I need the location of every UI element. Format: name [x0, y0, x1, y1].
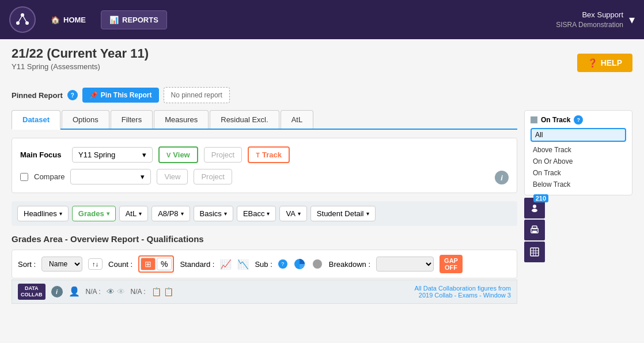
- tab-filters[interactable]: Filters: [111, 110, 153, 129]
- track-button[interactable]: T Track: [248, 146, 290, 163]
- pin-this-report-button[interactable]: 📌 Pin This Report: [82, 88, 159, 103]
- print-icon-button[interactable]: [524, 220, 545, 240]
- track-icon: T: [256, 152, 260, 159]
- track-label: Track: [262, 150, 282, 159]
- pie-chart-icon[interactable]: [293, 258, 306, 270]
- ebacc-arrow: ▾: [267, 210, 270, 217]
- excel-icon: [529, 247, 540, 257]
- ebacc-button[interactable]: EBacc ▾: [237, 206, 276, 221]
- pin-icon: 📌: [89, 91, 98, 99]
- eye-hidden-icon[interactable]: 👁: [117, 287, 125, 296]
- help-label: HELP: [601, 58, 622, 67]
- on-track-badge: ?: [574, 115, 583, 125]
- on-track-below-track[interactable]: Below Track: [531, 179, 626, 190]
- user-menu-chevron[interactable]: ▾: [629, 13, 635, 27]
- view-button[interactable]: V View: [158, 146, 198, 163]
- breakdown-label: Breakdown :: [329, 260, 370, 269]
- az-sort-button[interactable]: ↑↓: [88, 258, 103, 270]
- home-button[interactable]: 🏠 HOME: [43, 11, 94, 29]
- tab-dataset[interactable]: Dataset: [12, 110, 60, 130]
- count-label: Count :: [108, 260, 132, 269]
- page-subtitle: Y11 Spring (Assessments): [12, 62, 149, 71]
- student-detail-arrow: ▾: [366, 210, 369, 217]
- tab-atl[interactable]: AtL: [281, 110, 314, 129]
- no-pinned-report-button[interactable]: No pinned report: [164, 87, 230, 103]
- toolbar-row: Headlines ▾ Grades ▾ AtL ▾ A8/P8 ▾ Basic…: [12, 201, 517, 226]
- basics-button[interactable]: Basics ▾: [194, 206, 233, 221]
- main-focus-row: Main Focus Y11 Spring ▾ V View Project T…: [20, 146, 509, 163]
- on-track-header: On Track ?: [531, 115, 626, 125]
- note-icon-2[interactable]: 📋: [164, 287, 173, 296]
- ebacc-label: EBacc: [243, 209, 265, 218]
- bottom-bar: DATA COLLAB i 👤 N/A : 👁 👁 N/A : 📋 📋 All …: [12, 280, 517, 304]
- eye-visible-icon[interactable]: 👁: [107, 287, 115, 296]
- count-percent-button[interactable]: %: [157, 258, 172, 270]
- a8p8-button[interactable]: A8/P8 ▾: [151, 206, 190, 221]
- logo: [9, 6, 36, 33]
- user-org: SISRA Demonstration: [556, 20, 623, 30]
- sub-badge[interactable]: ?: [278, 259, 287, 269]
- data-collab-badge: DATA COLLAB: [18, 284, 46, 300]
- compare-select[interactable]: ▾: [70, 169, 151, 184]
- pinned-report-row: Pinned Report ? 📌 Pin This Report No pin…: [12, 87, 632, 103]
- excel-icon-button[interactable]: [524, 242, 545, 262]
- far-icons-container: 210: [524, 198, 632, 262]
- line-chart-icon[interactable]: 📈: [220, 259, 232, 270]
- compare-project-button[interactable]: Project: [194, 169, 232, 184]
- breakdown-select[interactable]: [376, 257, 434, 272]
- person-icon[interactable]: 👤: [69, 286, 80, 297]
- pinned-report-label: Pinned Report: [12, 91, 63, 100]
- on-track-on-track[interactable]: On Track: [531, 167, 626, 179]
- sort-select[interactable]: Name: [41, 257, 82, 272]
- content-area: 21/22 (Current Year 11) Y11 Spring (Asse…: [0, 39, 644, 311]
- count-icon-button[interactable]: 210: [524, 198, 545, 218]
- grades-arrow: ▾: [107, 210, 109, 217]
- info-circle-icon[interactable]: i: [51, 286, 63, 297]
- pin-button-label: Pin This Report: [101, 91, 152, 99]
- main-focus-value: Y11 Spring: [78, 150, 115, 159]
- count-tally-button[interactable]: ⊞: [141, 258, 156, 270]
- on-track-above-track[interactable]: Above Track: [531, 144, 626, 156]
- circle-icon[interactable]: [312, 258, 323, 270]
- tab-residual-excl[interactable]: Residual Excl.: [210, 110, 279, 129]
- home-label: HOME: [63, 16, 86, 24]
- select-chevron: ▾: [142, 150, 146, 159]
- basics-label: Basics: [200, 209, 222, 218]
- note-icon-1[interactable]: 📋: [151, 287, 161, 296]
- main-focus-select[interactable]: Y11 Spring ▾: [72, 147, 153, 163]
- pinned-report-badge: ?: [67, 90, 78, 100]
- svg-rect-10: [532, 226, 537, 229]
- header-right: Bex Support SISRA Demonstration ▾: [556, 10, 635, 30]
- student-detail-button[interactable]: Student Detail ▾: [310, 206, 376, 221]
- on-track-on-or-above[interactable]: On Or Above: [531, 156, 626, 167]
- svg-point-7: [533, 205, 536, 208]
- reports-button[interactable]: 📊 REPORTS: [101, 10, 167, 29]
- tab-measures[interactable]: Measures: [154, 110, 209, 129]
- atl-button[interactable]: AtL ▾: [119, 206, 149, 221]
- info-icon[interactable]: i: [495, 171, 509, 184]
- project-button[interactable]: Project: [204, 147, 242, 163]
- dataset-panel: Main Focus Y11 Spring ▾ V View Project T…: [12, 138, 517, 193]
- compare-row: Compare ▾ View Project: [20, 169, 509, 184]
- headlines-button[interactable]: Headlines ▾: [17, 206, 69, 221]
- gap-button[interactable]: GAPOFF: [440, 255, 463, 273]
- eye-icons-group: 👁 👁: [107, 287, 125, 296]
- right-area: On Track ? Above Track On Or Above On Tr…: [524, 110, 632, 304]
- on-track-container: On Track ? Above Track On Or Above On Tr…: [524, 110, 632, 195]
- compare-view-button[interactable]: View: [157, 169, 188, 184]
- help-button[interactable]: ❓ HELP: [577, 54, 632, 72]
- va-label: VA: [286, 209, 295, 218]
- grades-button[interactable]: Grades ▾: [72, 206, 116, 221]
- top-row: 21/22 (Current Year 11) Y11 Spring (Asse…: [12, 46, 632, 79]
- on-track-square: [531, 116, 537, 123]
- compare-checkbox[interactable]: [20, 173, 28, 181]
- sort-count-row: Sort : Name ↑↓ Count : ⊞ % Standard : 📈 …: [12, 250, 517, 278]
- on-track-input[interactable]: [531, 128, 626, 142]
- tab-options[interactable]: Options: [62, 110, 109, 129]
- area-chart-icon[interactable]: 📉: [237, 259, 249, 270]
- na-left-label: N/A :: [86, 288, 101, 296]
- view-label: View: [173, 150, 190, 159]
- a8p8-arrow: ▾: [181, 210, 184, 217]
- va-button[interactable]: VA ▾: [279, 206, 306, 221]
- svg-line-3: [18, 15, 22, 23]
